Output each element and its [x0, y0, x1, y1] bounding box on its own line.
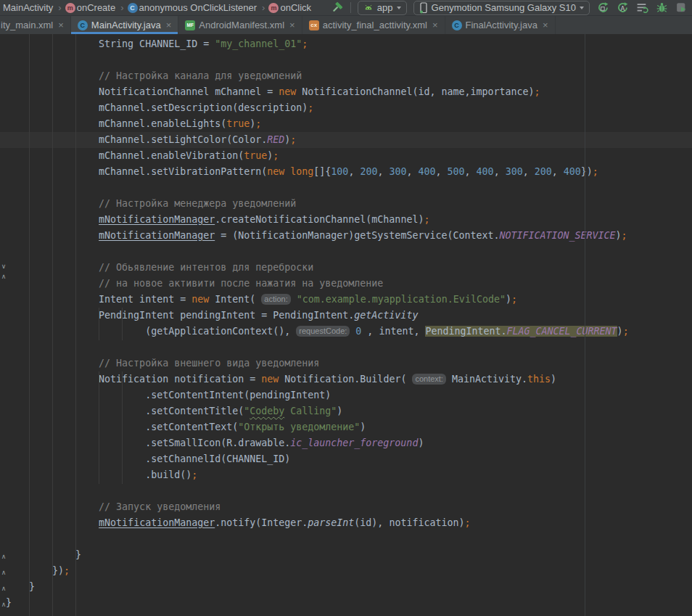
code-segment: 100 — [331, 166, 348, 177]
code-line[interactable]: .setSmallIcon(R.drawable.ic_launcher_for… — [0, 435, 692, 451]
close-icon[interactable]: × — [58, 20, 64, 30]
code-line[interactable]: .setContentIntent(pendingIntent) — [0, 387, 692, 403]
close-icon[interactable]: × — [432, 20, 438, 30]
debug-icon[interactable] — [655, 1, 668, 15]
code-segment: Codeby — [250, 406, 284, 416]
code-line[interactable]: // Настройка канала для уведомлений — [0, 68, 692, 84]
code-segment: new — [261, 374, 279, 385]
layout-icon: cx — [309, 20, 319, 30]
code-line[interactable]: mChannel.enableVibration(true); — [0, 148, 692, 164]
code-line[interactable]: // на новое активити после нажатия на ув… — [0, 276, 692, 292]
run-configuration-selector[interactable]: app — [358, 1, 407, 15]
code-line[interactable]: mChannel.setDescription(description); — [0, 100, 692, 116]
code-line[interactable]: PendingIntent pendingIntent = PendingInt… — [0, 308, 692, 324]
fold-marker-icon[interactable]: ∨ — [0, 263, 7, 270]
code-segment: , — [523, 166, 535, 177]
code-line[interactable] — [0, 52, 692, 68]
code-segment: .build() — [6, 469, 191, 480]
code-line[interactable]: .setContentTitle("Codeby Calling") — [0, 403, 692, 419]
code-line[interactable]: }); — [0, 563, 692, 579]
code-segment: 400 — [419, 166, 436, 177]
code-segment: , — [406, 166, 418, 177]
fold-marker-icon[interactable]: ∧ — [0, 570, 7, 576]
fold-marker-icon[interactable]: ∧ — [0, 554, 7, 560]
code-line[interactable]: .setChannelId(CHANNEL_ID) — [0, 451, 692, 467]
tab-AndroidManifest.xml[interactable]: MFAndroidManifest.xml× — [178, 16, 302, 34]
code-segment — [6, 230, 99, 241]
class-icon: C — [452, 20, 462, 30]
code-segment: ) — [418, 438, 424, 448]
code-line[interactable]: mChannel.setVibrationPattern(new long[]{… — [0, 164, 692, 180]
breadcrumb-separator-icon: › — [58, 2, 61, 13]
code-line[interactable]: mNotificationManager.createNotificationC… — [0, 212, 692, 228]
code-line[interactable]: (getApplicationContext(), requestCode: 0… — [0, 324, 692, 340]
toolbar-separator — [350, 2, 351, 13]
fold-marker-icon[interactable]: ∧ — [0, 586, 7, 592]
code-line[interactable]: // Запуск уведомления — [0, 499, 692, 515]
code-line[interactable]: mChannel.setLightColor(Color.RED); — [0, 132, 692, 148]
close-icon[interactable]: × — [166, 20, 172, 30]
code-line[interactable]: .setContentText("Открыть уведомление") — [0, 419, 692, 435]
code-line[interactable]: Notification notification = new Notifica… — [0, 371, 692, 387]
code-segment: , — [552, 166, 564, 177]
code-segment: }) — [6, 565, 64, 576]
code-segment: mNotificationManager — [99, 214, 215, 225]
chevron-down-icon — [397, 7, 401, 9]
apply-code-changes-icon[interactable]: A — [616, 1, 629, 15]
code-segment: } — [6, 581, 35, 592]
code-line[interactable]: mChannel.enableLights(true); — [0, 116, 692, 132]
profiler-icon[interactable] — [675, 1, 688, 15]
code-line[interactable]: // Настройка менеджера уведомлений — [0, 196, 692, 212]
code-segment: new — [191, 294, 209, 305]
code-line[interactable]: .build(); — [0, 467, 692, 483]
code-segment: PendingIntent pendingIntent = PendingInt… — [6, 310, 354, 321]
tab-FinalActtivity.java[interactable]: CFinalActtivity.java× — [445, 16, 556, 34]
code-segment: Notification.Builder( — [279, 374, 412, 385]
run-configurations-list-icon[interactable] — [635, 1, 648, 15]
code-line[interactable] — [0, 483, 692, 499]
code-editor[interactable]: String CHANNEL_ID = "my_channel_01"; // … — [0, 34, 692, 616]
code-line[interactable]: mNotificationManager.notify(Integer.pars… — [0, 515, 692, 531]
device-selector[interactable]: Genymotion Samsung Galaxy S10 — [413, 1, 590, 15]
close-icon[interactable]: × — [289, 20, 295, 30]
fold-marker-icon[interactable]: ∧ — [0, 274, 7, 280]
code-line[interactable]: NotificationChannel mChannel = new Notif… — [0, 84, 692, 100]
close-icon[interactable]: × — [543, 20, 548, 30]
breadcrumb-item[interactable]: onCreate — [77, 2, 115, 13]
code-segment: ) — [360, 422, 366, 432]
breadcrumb-item[interactable]: MainActivity — [3, 2, 53, 13]
code-line[interactable]: } — [0, 595, 692, 611]
code-line[interactable] — [0, 180, 692, 196]
code-line[interactable]: // Обьявление интентов для переброски — [0, 260, 692, 276]
code-segment: .notify(Integer. — [215, 517, 308, 528]
tab-ity_main.xml[interactable]: ity_main.xml× — [0, 16, 71, 34]
breadcrumb-item[interactable]: onClick — [280, 2, 311, 13]
breadcrumb-item[interactable]: anonymous OnClickListener — [139, 2, 258, 13]
code-line[interactable]: } — [0, 547, 692, 563]
code-segment: context: — [412, 374, 446, 385]
code-line[interactable]: String CHANNEL_ID = "my_channel_01"; — [0, 36, 692, 52]
code-segment: , — [465, 166, 477, 177]
code-line[interactable] — [0, 244, 692, 260]
code-segment: ) — [506, 294, 511, 305]
code-line[interactable]: // Настройка внешнего вида уведомления — [0, 356, 692, 371]
code-segment: ) — [337, 406, 342, 416]
tab-activity_final_acttivity.xml[interactable]: cxactivity_final_acttivity.xml× — [302, 16, 445, 34]
code-segment: 400 — [564, 166, 581, 177]
code-segment: , — [494, 166, 506, 177]
code-segment: []{ — [313, 166, 331, 177]
code-segment: mChannel.setVibrationPattern( — [6, 166, 267, 177]
code-segment: mNotificationManager — [99, 230, 215, 241]
code-line[interactable]: } — [0, 579, 692, 595]
code-line[interactable]: mNotificationManager = (NotificationMana… — [0, 228, 692, 244]
code-line[interactable] — [0, 531, 692, 547]
code-line[interactable]: Intent intent = new Intent( action: "com… — [0, 292, 692, 308]
rerun-activity-icon[interactable] — [596, 1, 609, 15]
tab-MainActivity.java[interactable]: CMainActivity.java× — [71, 16, 178, 34]
build-hammer-icon[interactable] — [331, 1, 344, 15]
code-segment: ; — [255, 118, 261, 129]
code-segment: ; — [64, 565, 70, 576]
code-segment: mChannel.enableVibration( — [6, 150, 244, 161]
fold-marker-icon[interactable]: ∧ — [0, 601, 7, 608]
code-line[interactable] — [0, 340, 692, 356]
